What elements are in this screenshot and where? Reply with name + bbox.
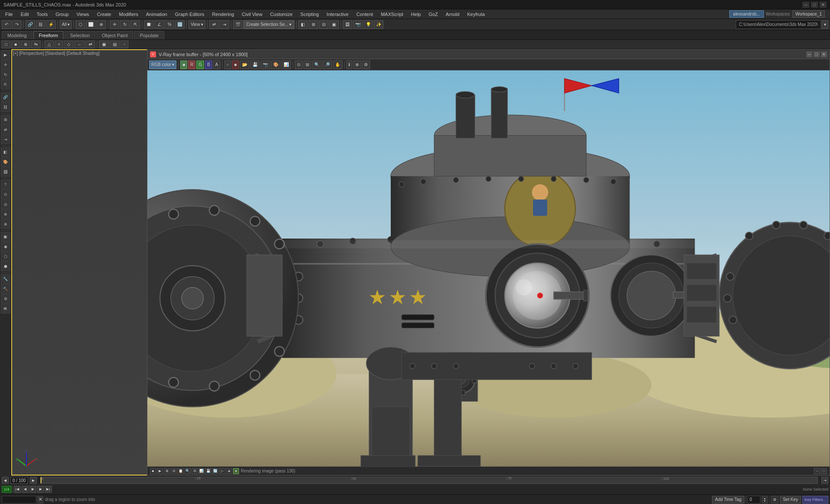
prev-frame-btn[interactable]: ◀: [22, 486, 29, 493]
menu-maxscript[interactable]: MAXScript: [377, 11, 407, 18]
timeline-prev-btn[interactable]: ◀: [2, 477, 9, 484]
filter-dropdown[interactable]: All ▾: [60, 20, 72, 29]
tab-populate[interactable]: Populate: [134, 31, 164, 39]
menu-keyfruta[interactable]: Keyfruta: [464, 11, 488, 18]
tab-object-paint[interactable]: Object Paint: [96, 31, 134, 39]
menu-edit[interactable]: Edit: [17, 11, 32, 18]
frame-input[interactable]: 0: [747, 496, 760, 504]
percent-snap-button[interactable]: %: [165, 20, 174, 29]
vray-btn-save[interactable]: 💾: [250, 60, 260, 69]
lt-more1[interactable]: ⊙: [1, 190, 10, 199]
vray-minimize[interactable]: ─: [806, 51, 812, 57]
undo-button[interactable]: ↶: [2, 20, 11, 29]
scale-button[interactable]: ⇱: [131, 20, 140, 29]
freeform-btn-10[interactable]: ▣: [99, 41, 109, 48]
freeform-btn-2[interactable]: ■: [11, 41, 20, 48]
vray-rgb-dropdown[interactable]: RGB color ▾: [149, 60, 176, 69]
menu-interactive[interactable]: Interactive: [323, 11, 352, 18]
shade-btn[interactable]: ⊟: [319, 20, 329, 29]
angle-snap-button[interactable]: ∠: [154, 20, 164, 29]
lt-more12[interactable]: 🛠: [1, 304, 10, 314]
lt-link[interactable]: 🔗: [1, 92, 10, 102]
menu-animation[interactable]: Animation: [143, 11, 171, 18]
texture-btn[interactable]: ▣: [329, 20, 339, 29]
lt-rotate[interactable]: ↻: [1, 70, 10, 79]
lt-material[interactable]: 🎨: [1, 157, 10, 167]
play-start-btn[interactable]: |◀: [14, 486, 21, 493]
freeform-btn-5[interactable]: △: [45, 41, 54, 48]
vray-tl-btn1[interactable]: ↔: [814, 468, 820, 474]
lt-more2[interactable]: ◎: [1, 200, 10, 209]
lt-more7[interactable]: ⬡: [1, 252, 10, 261]
timeline-next-btn[interactable]: ▶: [30, 477, 37, 484]
vray-status-btn13[interactable]: ●: [233, 468, 239, 474]
vray-tl-btn2[interactable]: □: [821, 468, 827, 474]
vray-status-btn5[interactable]: 📋: [178, 468, 184, 474]
align-button[interactable]: ⇥: [220, 20, 229, 29]
menu-scripting[interactable]: Scripting: [297, 11, 322, 18]
menu-tools[interactable]: Tools: [33, 11, 51, 18]
lt-select[interactable]: ▶: [1, 50, 10, 60]
layer-btn[interactable]: ◧: [298, 20, 308, 29]
window-cross-button[interactable]: ⊕: [96, 20, 106, 29]
path-dropdown[interactable]: ▾: [822, 20, 828, 29]
menu-file[interactable]: File: [2, 11, 16, 18]
unlink-button[interactable]: ⛓: [36, 20, 45, 29]
vray-btn-stereo[interactable]: ⊞: [303, 60, 311, 69]
menu-graph-editors[interactable]: Graph Editors: [172, 11, 208, 18]
select-button[interactable]: ⬡: [76, 20, 85, 29]
lt-mirror[interactable]: ⇌: [1, 125, 10, 134]
lt-help[interactable]: ?: [1, 180, 10, 189]
render-setup-btn[interactable]: 🎬: [233, 20, 243, 29]
select-region-button[interactable]: ⬜: [86, 20, 96, 29]
camera-btn[interactable]: 📷: [353, 20, 363, 29]
vray-status-btn7[interactable]: ⚙: [192, 468, 198, 474]
freeform-btn-11[interactable]: ▤: [110, 41, 120, 48]
vray-btn-pan[interactable]: ✋: [333, 60, 342, 69]
frame-spinner[interactable]: ▲ ▼: [762, 496, 768, 504]
menu-group[interactable]: Group: [52, 11, 72, 18]
timecode-display[interactable]: 1/4: [2, 486, 12, 493]
vray-status-btn8[interactable]: 📊: [198, 468, 204, 474]
add-time-tag-btn[interactable]: Add Time Tag: [712, 496, 744, 504]
view-dropdown[interactable]: View ▾: [188, 20, 205, 29]
vray-restore[interactable]: □: [814, 51, 820, 57]
maxscript-close[interactable]: ✕: [37, 496, 43, 504]
vray-btn-camera-save[interactable]: 📷: [261, 60, 270, 69]
lt-layer[interactable]: ◧: [1, 147, 10, 157]
workspace-selector[interactable]: Workspace_1: [792, 10, 825, 18]
vray-close[interactable]: ✕: [821, 51, 827, 57]
autokey-btn[interactable]: ⚙: [771, 496, 779, 504]
lt-move[interactable]: ✛: [1, 60, 10, 70]
menu-goz[interactable]: GoZ: [425, 11, 441, 18]
link-button[interactable]: 🔗: [26, 20, 35, 29]
freeform-btn-4[interactable]: ⇋: [31, 41, 41, 48]
freeform-btn-12[interactable]: ▫: [121, 41, 128, 48]
freeform-btn-9[interactable]: ⇄: [86, 41, 95, 48]
vray-btn-g[interactable]: G: [196, 60, 204, 69]
lt-unlink[interactable]: ⛓: [1, 102, 10, 112]
wireframe-btn[interactable]: ⊞: [309, 20, 318, 29]
lt-align[interactable]: ⇥: [1, 135, 10, 144]
vray-btn-clear[interactable]: ⊗: [353, 60, 361, 69]
set-key-btn[interactable]: Set Key: [780, 496, 801, 504]
vray-btn-pixel-info[interactable]: ℹ: [346, 60, 352, 69]
tab-selection[interactable]: Selection: [64, 31, 95, 39]
lt-more4[interactable]: ⊕: [1, 219, 10, 229]
viewport-3d[interactable]: [+] [Perspective] [Standard] [Default Sh…: [11, 49, 830, 475]
redo-button[interactable]: ↷: [12, 20, 22, 29]
lt-scale[interactable]: ⇱: [1, 80, 10, 89]
minimize-button[interactable]: ─: [802, 2, 809, 8]
menu-content[interactable]: Content: [353, 11, 377, 18]
menu-customize[interactable]: Customize: [267, 11, 296, 18]
vray-btn-settings[interactable]: ⚙: [362, 60, 370, 69]
key-filters-btn[interactable]: Key Filters...: [802, 496, 828, 504]
viewport-area[interactable]: [+] [Perspective] [Standard] [Default Sh…: [11, 49, 830, 475]
freeform-btn-8[interactable]: ←: [74, 41, 85, 48]
vray-status-btn10[interactable]: 🔄: [212, 468, 218, 474]
snap-button[interactable]: 🔲: [144, 20, 153, 29]
vray-status-btn11[interactable]: ▷: [219, 468, 225, 474]
vray-btn-stop[interactable]: ■: [232, 60, 239, 69]
vray-btn-lens[interactable]: ⊙: [295, 60, 303, 69]
vray-btn-a[interactable]: A: [213, 60, 220, 69]
